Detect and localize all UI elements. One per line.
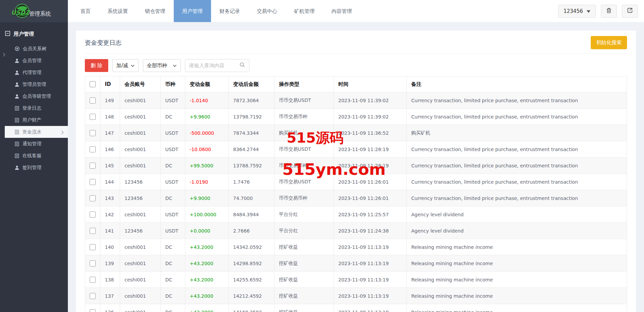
cell-remark: Releasing mining machine income	[407, 272, 627, 288]
cell-type: 币币交易币种	[274, 190, 334, 206]
nav-tab[interactable]: 系统设置	[99, 0, 136, 22]
chevron-down-icon	[131, 62, 135, 69]
cell-coin: USDT	[161, 92, 185, 109]
cell-account: ceshi001	[120, 255, 161, 272]
row-checkbox[interactable]	[90, 244, 96, 250]
sidebar-item[interactable]: 在线客服	[0, 150, 68, 162]
sidebar-item[interactable]: 代理管理	[0, 67, 68, 78]
topbar-actions: 123456	[558, 0, 644, 22]
sidebar-item-label: 资金流水	[22, 129, 41, 135]
sidebar-section-header[interactable]: 用户管理	[0, 22, 68, 43]
cell-time: 2023-11-09 11:39:02	[334, 92, 407, 109]
trash-button[interactable]	[601, 5, 617, 18]
nav-tab[interactable]: 财务记录	[211, 0, 248, 22]
cell-remark: Currency transaction, limited price purc…	[407, 174, 627, 190]
row-checkbox[interactable]	[90, 179, 96, 185]
nav-tab[interactable]: 交易中心	[248, 0, 286, 22]
row-checkbox[interactable]	[90, 260, 96, 267]
cell-amount: +99.5000	[185, 158, 229, 174]
row-checkbox[interactable]	[90, 228, 96, 234]
row-select-cell	[85, 92, 100, 109]
nav-tab[interactable]: 内容管理	[323, 0, 360, 22]
cell-type: 购买矿机	[274, 125, 334, 141]
cell-account: ceshi001	[120, 125, 161, 141]
cell-coin: DC	[161, 158, 185, 174]
cell-id: 139	[100, 255, 120, 272]
cell-time: 2023-11-09 11:36:52	[334, 125, 407, 141]
sidebar-item[interactable]: 会员等级管理	[0, 90, 68, 102]
row-select-cell	[85, 190, 100, 206]
cell-id: 136	[100, 304, 120, 312]
search-icon[interactable]	[239, 62, 245, 69]
sidebar-item[interactable]: 资金流水	[5, 126, 68, 138]
logo-text: USDZ	[11, 9, 30, 16]
cell-id: 149	[100, 92, 120, 109]
select-all-cell	[85, 76, 100, 92]
sidebar-item[interactable]: 会员关系树	[0, 43, 68, 55]
cell-id: 138	[100, 272, 120, 288]
select-all-checkbox[interactable]	[90, 81, 96, 87]
page-title: 资金变更日志	[85, 39, 627, 47]
logout-button[interactable]	[622, 5, 638, 18]
table-header-row: ID会员账号币种变动金额变动后金额操作类型时间备注	[85, 76, 627, 92]
sidebar-item[interactable]: 管理员管理	[0, 78, 68, 90]
search-input[interactable]	[189, 62, 239, 69]
cell-id: 146	[100, 141, 120, 158]
row-checkbox[interactable]	[90, 277, 96, 283]
user-icon	[15, 165, 19, 170]
cell-remark: Agency level dividend	[407, 223, 627, 239]
sidebar-item[interactable]: 登录日志	[0, 102, 68, 114]
cell-account: ceshi001	[120, 141, 161, 158]
nav-tab[interactable]: 锁仓管理	[136, 0, 174, 22]
row-checkbox[interactable]	[90, 309, 96, 312]
cell-amount: +43.2000	[185, 288, 229, 304]
direction-select[interactable]: 加/减	[112, 59, 139, 72]
row-select-cell	[85, 239, 100, 255]
cell-balance: 14169.2592	[229, 304, 274, 312]
nav-tab[interactable]: 首页	[72, 0, 99, 22]
column-header: 时间	[334, 76, 407, 92]
cell-remark: Agency level dividend	[407, 206, 627, 223]
row-select-cell	[85, 158, 100, 174]
coin-select[interactable]: 全部币种	[143, 59, 181, 72]
row-checkbox[interactable]	[90, 212, 96, 218]
cell-balance: 1.7476	[229, 174, 274, 190]
row-checkbox[interactable]	[90, 130, 96, 136]
row-checkbox[interactable]	[90, 163, 96, 169]
cell-balance: 14212.4592	[229, 288, 274, 304]
row-checkbox[interactable]	[90, 114, 96, 120]
sidebar-item[interactable]: 签到管理	[0, 162, 68, 173]
sidebar-item[interactable]: 会员管理	[0, 55, 68, 67]
cell-account: ceshi001	[120, 304, 161, 312]
delete-button[interactable]: 删 除	[85, 59, 108, 72]
table-row: 146ceshi001USDT-10.06008364.2744币币交易USDT…	[85, 141, 627, 158]
cell-amount: +43.2000	[185, 255, 229, 272]
row-checkbox[interactable]	[90, 293, 96, 299]
minus-square-icon	[5, 31, 10, 37]
row-checkbox[interactable]	[90, 195, 96, 201]
cell-coin: DC	[161, 304, 185, 312]
cell-id: 144	[100, 174, 120, 190]
cell-remark: Releasing mining machine income	[407, 288, 627, 304]
row-checkbox[interactable]	[90, 97, 96, 104]
cell-coin: USDT	[161, 174, 185, 190]
row-checkbox[interactable]	[90, 146, 96, 152]
row-select-cell	[85, 174, 100, 190]
reset-search-button[interactable]: 初始化搜索	[591, 36, 627, 49]
cell-coin: DC	[161, 190, 185, 206]
sidebar-item[interactable]: 通知管理	[0, 138, 68, 150]
nav-tab[interactable]: 矿机管理	[286, 0, 323, 22]
app-name: 管理系统	[29, 11, 51, 18]
cell-coin: USDT	[161, 206, 185, 223]
cell-remark: Releasing mining machine income	[407, 239, 627, 255]
nav-tab[interactable]: 用户管理	[174, 0, 211, 22]
row-select-cell	[85, 304, 100, 312]
cell-type: 平台分红	[274, 223, 334, 239]
cell-coin: DC	[161, 255, 185, 272]
cell-balance: 13798.7192	[229, 109, 274, 125]
cell-account: ceshi001	[120, 92, 161, 109]
cell-id: 145	[100, 158, 120, 174]
cell-remark: Currency transaction, limited price purc…	[407, 92, 627, 109]
sidebar-item[interactable]: 用户财产	[0, 114, 68, 126]
account-dropdown[interactable]: 123456	[558, 5, 596, 18]
